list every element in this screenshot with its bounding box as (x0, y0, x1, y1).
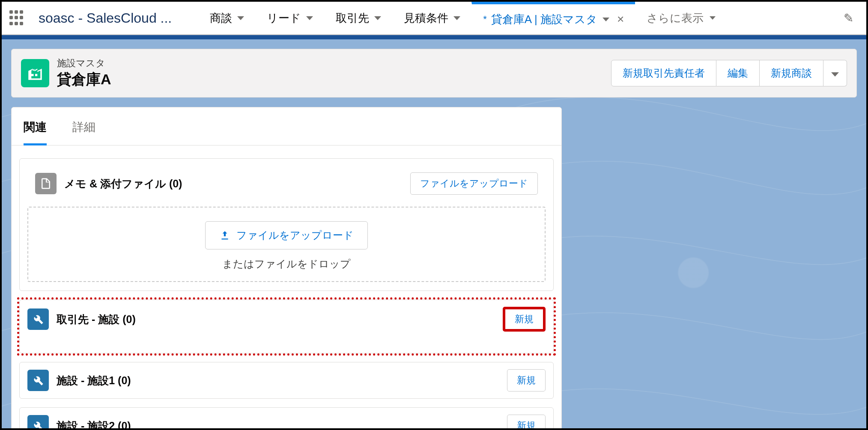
facility-icon (21, 59, 49, 87)
file-drop-area[interactable]: ファイルをアップロード またはファイルをドロップ (27, 207, 546, 282)
drop-hint: またはファイルをドロップ (222, 257, 351, 271)
new-record-button[interactable]: 新規 (507, 415, 546, 428)
card-header-left: 施設 - 施設2 (0) (27, 415, 131, 428)
new-record-button[interactable]: 新規 (503, 307, 546, 332)
card-header-left: 取引先 - 施設 (0) (27, 308, 136, 330)
card-header-left: 施設 - 施設1 (0) (27, 370, 131, 391)
card-spacer (20, 338, 553, 353)
record-actions: 新規取引先責任者 編集 新規商談 (611, 60, 847, 86)
edit-nav-icon[interactable]: ✎ (838, 11, 859, 25)
upload-icon (219, 230, 230, 241)
chevron-down-icon[interactable] (603, 18, 609, 21)
chevron-down-icon (306, 16, 313, 20)
record-header-left: 施設マスタ 貸倉庫A (21, 57, 111, 89)
card-title: 施設 - 施設1 (0) (57, 374, 131, 388)
new-opportunity-button[interactable]: 新規商談 (760, 60, 823, 86)
card-title: 施設 - 施設2 (0) (57, 419, 131, 429)
notes-attachments-card: メモ & 添付ファイル (0) ファイルをアップロード ファイルをアップロード … (19, 158, 554, 291)
brand-stripe (2, 35, 866, 39)
chevron-down-icon (710, 16, 716, 20)
wrench-icon (27, 415, 49, 428)
record-header: 施設マスタ 貸倉庫A 新規取引先責任者 編集 新規商談 (11, 49, 857, 98)
card-header: 施設 - 施設1 (0) 新規 (20, 362, 553, 398)
tab-related[interactable]: 関連 (24, 107, 47, 145)
chevron-down-icon (374, 16, 381, 20)
app-name: soasc - SalesCloud ... (39, 10, 172, 26)
more-actions-button[interactable] (823, 60, 847, 86)
nav-item-label: 見積条件 (404, 11, 448, 26)
nav-item-label: 商談 (210, 11, 232, 26)
tab-detail[interactable]: 詳細 (72, 107, 95, 145)
upload-file-button[interactable]: ファイルをアップロード (410, 172, 538, 195)
nav-items: 商談 リード 取引先 見積条件 * 貸倉庫A | 施設マスタ × (198, 2, 829, 34)
edit-button[interactable]: 編集 (716, 60, 760, 86)
close-icon[interactable]: × (617, 12, 624, 26)
page-canvas: 施設マスタ 貸倉庫A 新規取引先責任者 編集 新規商談 関連 詳細 (2, 39, 866, 428)
nav-item-accounts[interactable]: 取引先 (324, 2, 392, 34)
upload-inline-button[interactable]: ファイルをアップロード (205, 221, 368, 249)
record-tabs: 関連 詳細 (12, 107, 561, 145)
chevron-down-icon (831, 72, 839, 77)
wrench-icon (27, 308, 49, 330)
card-header-left: メモ & 添付ファイル (0) (35, 173, 182, 194)
record-header-labels: 施設マスタ 貸倉庫A (57, 57, 111, 89)
nav-item-quotes[interactable]: 見積条件 (392, 2, 471, 34)
record-left-panel: 関連 詳細 メモ & 添付ファイル (0) ファイルをアップロード (11, 107, 562, 428)
card-header: メモ & 添付ファイル (0) ファイルをアップロード (27, 166, 546, 202)
unsaved-indicator: * (483, 14, 487, 25)
upload-inline-label: ファイルをアップロード (236, 228, 354, 242)
nav-item-label: リード (267, 11, 301, 26)
new-contact-button[interactable]: 新規取引先責任者 (611, 60, 716, 86)
related-list-facility-2: 施設 - 施設2 (0) 新規 (19, 407, 554, 428)
app-launcher-icon[interactable] (9, 10, 25, 26)
nav-more[interactable]: さらに表示 (635, 2, 727, 34)
nav-item-leads[interactable]: リード (255, 2, 324, 34)
card-header: 施設 - 施設2 (0) 新規 (20, 408, 553, 428)
workspace-title: 貸倉庫A | 施設マスタ (491, 12, 597, 27)
card-title: メモ & 添付ファイル (0) (64, 177, 182, 191)
new-record-button[interactable]: 新規 (507, 369, 546, 391)
record-title: 貸倉庫A (57, 70, 111, 89)
related-list-account-facility: 取引先 - 施設 (0) 新規 (19, 300, 554, 353)
nav-more-label: さらに表示 (647, 11, 704, 26)
card-header: 取引先 - 施設 (0) 新規 (20, 300, 553, 338)
card-title: 取引先 - 施設 (0) (57, 312, 136, 326)
chevron-down-icon (237, 16, 244, 20)
record-type: 施設マスタ (57, 57, 111, 70)
chevron-down-icon (453, 16, 460, 20)
nav-item-opportunities[interactable]: 商談 (198, 2, 255, 34)
nav-item-label: 取引先 (336, 11, 369, 26)
attachment-icon (35, 173, 57, 194)
wrench-icon (27, 370, 49, 391)
related-list-facility-1: 施設 - 施設1 (0) 新規 (19, 362, 554, 399)
related-body: メモ & 添付ファイル (0) ファイルをアップロード ファイルをアップロード … (12, 145, 561, 428)
global-nav: soasc - SalesCloud ... 商談 リード 取引先 見積条件 *… (2, 2, 866, 35)
workspace-tab-active[interactable]: * 貸倉庫A | 施設マスタ × (471, 2, 635, 34)
